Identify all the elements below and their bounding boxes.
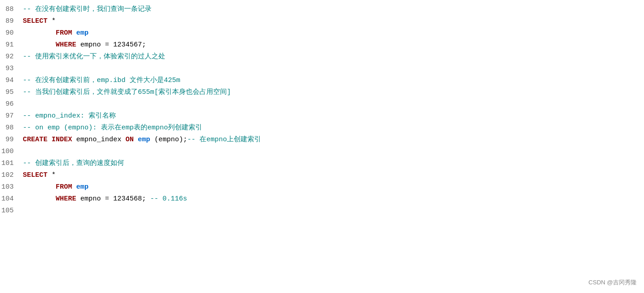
line-number: 104 [0,194,23,205]
sql-text [134,136,138,144]
line-number: 90 [0,28,23,39]
sql-table: emp [138,136,150,144]
line-content [23,206,644,216]
sql-keyword: ON [126,136,134,144]
sql-text [72,29,76,37]
line-number: 95 [0,87,23,98]
sql-text: (empno); [150,136,187,144]
sql-comment: -- 当我们创建索引后，文件就变成了655m[索引本身也会占用空间] [23,88,231,96]
line-number: 96 [0,99,23,110]
sql-comment: -- 在empno上创建索引 [187,136,261,144]
line-content: -- 在没有创建索引前，emp.ibd 文件大小是425m [23,75,644,86]
code-line: 90 FROM emp [0,27,644,39]
line-number: 98 [0,123,23,134]
line-content: WHERE empno = 1234568; -- 0.116s [23,194,644,205]
sql-text: empno = 1234568; [76,195,150,203]
code-line: 105 [0,205,644,217]
code-line: 92-- 使用索引来优化一下，体验索引的过人之处 [0,51,644,63]
line-content: SELECT * [23,16,644,27]
line-content: -- 在没有创建索引时，我们查询一条记录 [23,4,644,15]
code-line: 97-- empno_index: 索引名称 [0,110,644,122]
line-content: FROM emp [23,28,644,39]
sql-table: emp [76,29,89,37]
sql-text: * [47,171,56,179]
line-number: 97 [0,111,23,122]
line-number: 94 [0,75,23,86]
sql-keyword: SELECT [23,17,47,25]
sql-comment: -- 使用索引来优化一下，体验索引的过人之处 [23,53,165,61]
line-content: -- empno_index: 索引名称 [23,111,644,122]
line-number: 105 [0,206,23,216]
code-line: 98-- on emp (empno): 表示在emp表的empno列创建索引 [0,122,644,134]
sql-keyword: WHERE [56,41,76,49]
line-number: 100 [0,146,23,157]
sql-keyword: SELECT [23,171,47,179]
code-line: 89SELECT * [0,15,644,27]
line-content [23,63,644,74]
sql-text [47,136,52,144]
line-number: 89 [0,16,23,27]
code-line: 91 WHERE empno = 1234567; [0,39,644,51]
line-content: -- on emp (empno): 表示在emp表的empno列创建索引 [23,123,644,134]
code-line: 99CREATE INDEX empno_index ON emp (empno… [0,134,644,146]
code-line: 94-- 在没有创建索引前，emp.ibd 文件大小是425m [0,75,644,87]
line-number: 101 [0,158,23,169]
line-content: FROM emp [23,182,644,193]
line-number: 92 [0,51,23,62]
sql-text: * [47,17,56,25]
sql-comment: -- 在没有创建索引时，我们查询一条记录 [23,5,152,13]
watermark: CSDN @吉冈秀隆 [588,278,637,288]
code-line: 104 WHERE empno = 1234568; -- 0.116s [0,193,644,205]
sql-text [23,183,56,191]
line-number: 103 [0,182,23,193]
sql-text [72,183,76,191]
sql-text: empno = 1234567; [76,41,146,49]
sql-comment: -- 0.116s [150,195,187,203]
code-line: 100 [0,146,644,158]
line-content: -- 创建索引后，查询的速度如何 [23,158,644,169]
line-content: -- 使用索引来优化一下，体验索引的过人之处 [23,51,644,62]
line-content: SELECT * [23,170,644,181]
sql-table: emp [76,183,89,191]
sql-comment: -- empno_index: 索引名称 [23,112,116,120]
sql-keyword: FROM [56,183,72,191]
line-number: 93 [0,63,23,74]
line-content: CREATE INDEX empno_index ON emp (empno);… [23,134,644,145]
code-line: 103 FROM emp [0,181,644,193]
sql-text: empno_index [72,136,126,144]
line-number: 88 [0,4,23,15]
sql-keyword: WHERE [56,195,76,203]
code-line: 101-- 创建索引后，查询的速度如何 [0,158,644,170]
sql-keyword: CREATE [23,136,47,144]
line-content: -- 当我们创建索引后，文件就变成了655m[索引本身也会占用空间] [23,87,644,98]
sql-comment: -- on emp (empno): 表示在emp表的empno列创建索引 [23,124,202,132]
code-line: 93 [0,63,644,75]
code-editor: 88-- 在没有创建索引时，我们查询一条记录89SELECT *90 FROM … [0,0,644,293]
line-content [23,146,644,157]
sql-keyword: FROM [56,29,72,37]
code-line: 102SELECT * [0,170,644,181]
sql-text [23,41,56,49]
sql-comment: -- 创建索引后，查询的速度如何 [23,159,124,167]
sql-text [23,29,56,37]
line-content [23,99,644,110]
sql-comment: -- 在没有创建索引前，emp.ibd 文件大小是425m [23,77,180,84]
sql-keyword: INDEX [52,136,72,144]
code-line: 88-- 在没有创建索引时，我们查询一条记录 [0,4,644,15]
sql-text [23,195,56,203]
code-line: 95-- 当我们创建索引后，文件就变成了655m[索引本身也会占用空间] [0,87,644,98]
line-content: WHERE empno = 1234567; [23,40,644,51]
code-line: 96 [0,98,644,110]
line-number: 99 [0,134,23,145]
line-number: 91 [0,40,23,51]
line-number: 102 [0,170,23,181]
